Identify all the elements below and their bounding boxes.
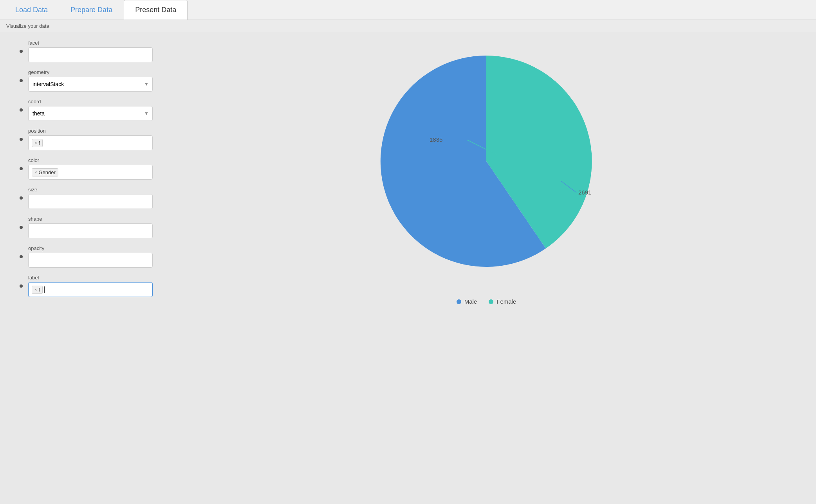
geometry-select[interactable]: intervalStack interval point line area [28, 77, 153, 92]
opacity-label: opacity [28, 245, 153, 251]
label-tag-f: × f [32, 286, 43, 294]
label-bullet [20, 284, 23, 288]
chart-legend: Male Female [457, 298, 516, 305]
opacity-group: opacity [28, 245, 153, 268]
size-input[interactable] [28, 194, 153, 209]
coord-row: coord theta polar rect ▼ [20, 99, 153, 121]
position-group: position × f [28, 128, 153, 150]
main-content: facet geometry intervalStack interval po… [0, 32, 816, 320]
facet-group: facet [28, 40, 153, 62]
left-panel: facet geometry intervalStack interval po… [0, 40, 164, 313]
label-row: label × f [20, 275, 153, 297]
facet-label: facet [28, 40, 153, 46]
label-tag-f-remove[interactable]: × [34, 287, 37, 292]
coord-bullet [20, 108, 23, 112]
opacity-row: opacity [20, 245, 153, 268]
facet-input[interactable] [28, 47, 153, 62]
position-label: position [28, 128, 153, 134]
position-tag-f-remove[interactable]: × [34, 140, 37, 145]
shape-row: shape [20, 216, 153, 238]
color-group: color × Gender [28, 157, 153, 180]
legend-dot-female [489, 299, 493, 304]
color-tag-gender: × Gender [32, 168, 58, 176]
label-tag-input[interactable]: × f [28, 282, 153, 297]
coord-select[interactable]: theta polar rect [28, 106, 153, 121]
legend-label-male: Male [464, 298, 477, 305]
legend-item-female: Female [489, 298, 516, 305]
position-bullet [20, 138, 23, 141]
geometry-bullet [20, 79, 23, 82]
male-annotation-text: 2691 [578, 189, 591, 196]
geometry-label: geometry [28, 69, 153, 75]
chart-area: 1835 2691 [353, 44, 619, 294]
coord-label: coord [28, 99, 153, 104]
legend-dot-male [457, 299, 461, 304]
coord-group: coord theta polar rect ▼ [28, 99, 153, 121]
color-tag-gender-text: Gender [38, 169, 55, 175]
legend-label-female: Female [496, 298, 516, 305]
shape-label: shape [28, 216, 153, 222]
shape-group: shape [28, 216, 153, 238]
shape-input[interactable] [28, 223, 153, 238]
facet-row: facet [20, 40, 153, 62]
tab-present-data[interactable]: Present Data [124, 0, 188, 20]
color-tag-input[interactable]: × Gender [28, 165, 153, 180]
right-panel: 1835 2691 Male Female [164, 40, 816, 313]
color-bullet [20, 167, 23, 170]
size-bullet [20, 196, 23, 200]
female-annotation-text: 1835 [430, 136, 442, 143]
position-tag-input[interactable]: × f [28, 135, 153, 150]
position-tag-f-text: f [38, 140, 40, 146]
shape-bullet [20, 226, 23, 229]
tab-load-data[interactable]: Load Data [4, 0, 59, 20]
size-label: size [28, 187, 153, 193]
opacity-input[interactable] [28, 253, 153, 268]
position-row: position × f [20, 128, 153, 150]
opacity-bullet [20, 255, 23, 258]
color-tag-gender-remove[interactable]: × [34, 170, 37, 175]
color-row: color × Gender [20, 157, 153, 180]
pie-chart: 1835 2691 [353, 44, 619, 294]
facet-bullet [20, 50, 23, 53]
tab-bar: Load Data Prepare Data Present Data [0, 0, 816, 20]
size-group: size [28, 187, 153, 209]
page-subtitle: Visualize your data [0, 20, 816, 32]
legend-item-male: Male [457, 298, 477, 305]
tab-prepare-data[interactable]: Prepare Data [59, 0, 124, 20]
position-tag-f: × f [32, 139, 43, 147]
coord-select-wrapper: theta polar rect ▼ [28, 106, 153, 121]
color-label: color [28, 157, 153, 163]
geometry-group: geometry intervalStack interval point li… [28, 69, 153, 92]
geometry-row: geometry intervalStack interval point li… [20, 69, 153, 92]
size-row: size [20, 187, 153, 209]
geometry-select-wrapper: intervalStack interval point line area ▼ [28, 77, 153, 92]
label-cursor [44, 286, 45, 293]
label-tag-f-text: f [38, 287, 40, 293]
label-label: label [28, 275, 153, 281]
label-group: label × f [28, 275, 153, 297]
